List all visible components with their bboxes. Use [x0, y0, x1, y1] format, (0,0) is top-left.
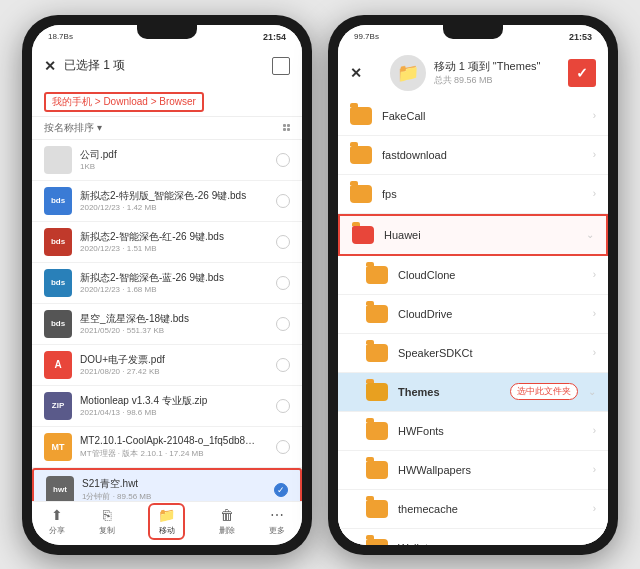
file-icon-bds: bds — [44, 228, 72, 256]
file-info: MT2.10.1-CoolApk-21048-o_1fq5db8… MT管理器 … — [80, 434, 268, 459]
folder-icon — [350, 185, 372, 203]
file-icon-zip: ZIP — [44, 392, 72, 420]
file-meta: 1KB — [80, 162, 268, 171]
folder-icon — [366, 422, 388, 440]
file-checkbox[interactable] — [276, 153, 290, 167]
move-title: 移动 1 项到 "Themes" — [434, 59, 541, 74]
close-button[interactable]: ✕ — [44, 58, 56, 74]
file-list: 公司.pdf 1KB bds 新拟态2-特别版_智能深色-26 9键.bds 2… — [32, 140, 302, 501]
more-label: 更多 — [269, 525, 285, 536]
edit-icon[interactable] — [272, 57, 290, 75]
file-name: 新拟态2-特别版_智能深色-26 9键.bds — [80, 189, 268, 202]
copy-label: 复制 — [99, 525, 115, 536]
file-checkbox[interactable] — [276, 235, 290, 249]
file-meta: 2020/12/23 · 1.51 MB — [80, 244, 268, 253]
grid-toggle[interactable] — [283, 124, 290, 131]
folder-item-huawei[interactable]: Huawei ⌄ — [338, 214, 608, 256]
file-item[interactable]: bds 新拟态2-智能深色-蓝-26 9键.bds 2020/12/23 · 1… — [32, 263, 302, 304]
file-name: 公司.pdf — [80, 148, 268, 161]
file-checkbox[interactable] — [276, 440, 290, 454]
left-screen: 18.7Bs 21:54 ✕ 已选择 1 项 我的手机 > Download >… — [32, 25, 302, 545]
folder-item-fps[interactable]: fps › — [338, 175, 608, 214]
signal-left: 18.7Bs — [48, 32, 73, 41]
file-item[interactable]: bds 新拟态2-智能深色-红-26 9键.bds 2020/12/23 · 1… — [32, 222, 302, 263]
folder-name: FakeCall — [382, 110, 583, 122]
folder-name: fps — [382, 188, 583, 200]
folder-item-wallet[interactable]: Wallet › — [338, 529, 608, 545]
file-item[interactable]: 公司.pdf 1KB — [32, 140, 302, 181]
file-meta: 2020/12/23 · 1.68 MB — [80, 285, 268, 294]
folder-name-huawei: Huawei — [384, 229, 576, 241]
selected-file-item[interactable]: hwt S21青空.hwt 1分钟前 · 89.56 MB ✓ — [32, 468, 302, 501]
folder-icon — [366, 461, 388, 479]
toolbar-move[interactable]: 📁 移动 — [148, 503, 185, 540]
folder-name: CloudDrive — [398, 308, 583, 320]
file-checkbox-checked[interactable]: ✓ — [274, 483, 288, 497]
file-checkbox[interactable] — [276, 194, 290, 208]
folder-item-fastdownload[interactable]: fastdownload › — [338, 136, 608, 175]
file-info: 新拟态2-智能深色-红-26 9键.bds 2020/12/23 · 1.51 … — [80, 230, 268, 253]
file-name: MT2.10.1-CoolApk-21048-o_1fq5db8… — [80, 434, 268, 447]
chevron-right-icon: › — [593, 308, 596, 319]
file-info: 星空_流星深色-18键.bds 2021/05/20 · 551.37 KB — [80, 312, 268, 335]
file-meta: 2020/12/23 · 1.42 MB — [80, 203, 268, 212]
folder-name: HWFonts — [398, 425, 583, 437]
file-info: Motionleap v1.3.4 专业版.zip 2021/04/13 · 9… — [80, 394, 268, 417]
file-item[interactable]: ZIP Motionleap v1.3.4 专业版.zip 2021/04/13… — [32, 386, 302, 427]
folder-item-hwwallpapers[interactable]: HWWallpapers › — [338, 451, 608, 490]
folder-item-hwfonts[interactable]: HWFonts › — [338, 412, 608, 451]
file-item[interactable]: MT MT2.10.1-CoolApk-21048-o_1fq5db8… MT管… — [32, 427, 302, 468]
file-thumbnail — [44, 146, 72, 174]
file-icon-hwt: hwt — [46, 476, 74, 501]
file-checkbox[interactable] — [276, 399, 290, 413]
folder-icon — [366, 266, 388, 284]
copy-icon: ⎘ — [103, 507, 111, 523]
file-item[interactable]: A DOU+电子发票.pdf 2021/08/20 · 27.42 KB — [32, 345, 302, 386]
toolbar-more[interactable]: ⋯ 更多 — [269, 507, 285, 536]
file-name: 新拟态2-智能深色-蓝-26 9键.bds — [80, 271, 268, 284]
right-phone: 99.7Bs 21:53 ✕ 📁 移动 1 项到 "Themes" 总共 89.… — [328, 15, 618, 555]
file-name: 星空_流星深色-18键.bds — [80, 312, 268, 325]
folder-name: HWWallpapers — [398, 464, 583, 476]
file-icon-bds: bds — [44, 269, 72, 297]
folder-icon — [366, 539, 388, 545]
file-item[interactable]: bds 星空_流星深色-18键.bds 2021/05/20 · 551.37 … — [32, 304, 302, 345]
confirm-move-button[interactable]: ✓ — [568, 59, 596, 87]
file-icon-mt: MT — [44, 433, 72, 461]
file-checkbox[interactable] — [276, 276, 290, 290]
breadcrumb[interactable]: 我的手机 > Download > Browser — [44, 92, 204, 112]
toolbar-share[interactable]: ⬆ 分享 — [49, 507, 65, 536]
folder-item-speakersdkct[interactable]: SpeakerSDKCt › — [338, 334, 608, 373]
file-info: 新拟态2-智能深色-蓝-26 9键.bds 2020/12/23 · 1.68 … — [80, 271, 268, 294]
header-left-actions: ✕ 已选择 1 项 — [44, 57, 125, 74]
select-folder-badge[interactable]: 选中此文件夹 — [510, 383, 578, 400]
left-phone: 18.7Bs 21:54 ✕ 已选择 1 项 我的手机 > Download >… — [22, 15, 312, 555]
share-icon: ⬆ — [51, 507, 63, 523]
chevron-right-icon: › — [593, 542, 596, 545]
toolbar-delete[interactable]: 🗑 删除 — [219, 507, 235, 536]
chevron-right-icon: › — [593, 425, 596, 436]
folder-name: CloudClone — [398, 269, 583, 281]
folder-item-themecache[interactable]: themecache › — [338, 490, 608, 529]
file-item[interactable]: bds 新拟态2-特别版_智能深色-26 9键.bds 2020/12/23 ·… — [32, 181, 302, 222]
more-icon: ⋯ — [270, 507, 284, 523]
close-move-button[interactable]: ✕ — [350, 65, 362, 81]
folder-item-clouddrive[interactable]: CloudDrive › — [338, 295, 608, 334]
file-meta: 2021/05/20 · 551.37 KB — [80, 326, 268, 335]
sort-label[interactable]: 按名称排序 ▾ — [44, 121, 102, 135]
move-text: 移动 1 项到 "Themes" 总共 89.56 MB — [434, 59, 541, 87]
folder-icon — [352, 226, 374, 244]
folder-icon — [350, 146, 372, 164]
notch-right — [443, 25, 503, 39]
file-checkbox[interactable] — [276, 358, 290, 372]
folder-name-themes: Themes — [398, 386, 500, 398]
file-checkbox[interactable] — [276, 317, 290, 331]
file-icon-bds: bds — [44, 187, 72, 215]
chevron-right-icon: › — [593, 110, 596, 121]
folder-item-fakecall[interactable]: FakeCall › — [338, 97, 608, 136]
status-bar-left: 18.7Bs 21:54 — [32, 25, 302, 49]
toolbar-copy[interactable]: ⎘ 复制 — [99, 507, 115, 536]
move-icon: 📁 — [158, 507, 175, 523]
folder-item-themes[interactable]: Themes 选中此文件夹 ⌄ — [338, 373, 608, 412]
folder-item-cloudclone[interactable]: CloudClone › — [338, 256, 608, 295]
